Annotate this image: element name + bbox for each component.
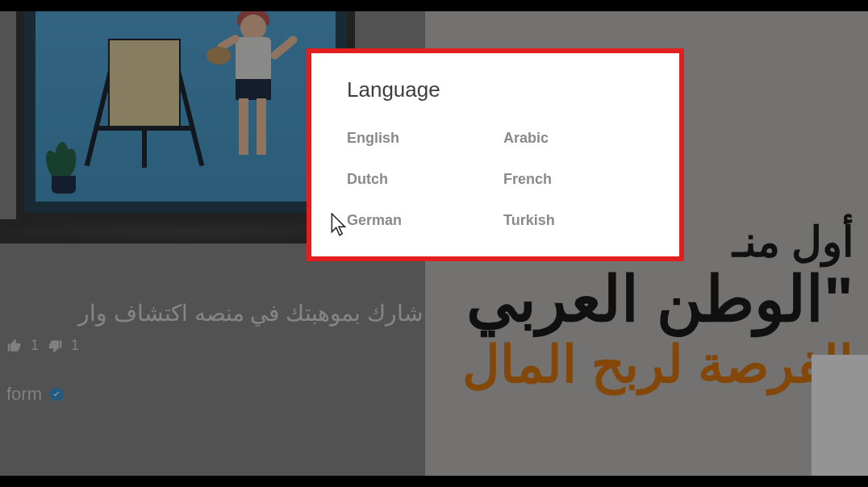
dislike-count: 1 <box>71 337 79 354</box>
video-title[interactable]: شارك بموهبتك في منصه اكتشاف وار <box>0 300 428 327</box>
language-option-english[interactable]: English <box>347 130 487 147</box>
language-option-turkish[interactable]: Turkish <box>503 212 644 229</box>
channel-row[interactable]: form <box>6 384 65 405</box>
easel-icon <box>92 31 197 176</box>
headline-line-3: الفرصة لربح المال <box>462 339 853 390</box>
thumbs-up-icon[interactable] <box>6 338 23 354</box>
video-stats-row: 1 1 <box>6 337 79 354</box>
like-count: 1 <box>31 337 39 354</box>
verified-badge-icon <box>48 386 65 402</box>
letterbox-bottom <box>0 476 868 487</box>
language-option-french[interactable]: French <box>503 171 644 188</box>
language-modal-title: Language <box>347 77 644 102</box>
language-options-grid: English Arabic Dutch French German Turki… <box>347 130 644 229</box>
thumbs-down-icon[interactable] <box>47 338 63 354</box>
channel-name-fragment: form <box>6 384 42 405</box>
language-option-german[interactable]: German <box>347 212 487 229</box>
video-thumbnail[interactable] <box>16 11 355 221</box>
headline-line-2: "الوطن العربي <box>462 268 853 331</box>
letterbox-top <box>0 0 868 11</box>
plant-icon <box>44 145 84 194</box>
bottom-right-panel <box>812 355 868 476</box>
thumbnail-illustration <box>35 11 336 202</box>
language-modal: Language English Arabic Dutch French Ger… <box>307 48 684 261</box>
language-option-dutch[interactable]: Dutch <box>347 171 487 188</box>
painter-figure-icon <box>205 15 302 184</box>
language-option-arabic[interactable]: Arabic <box>503 130 644 147</box>
